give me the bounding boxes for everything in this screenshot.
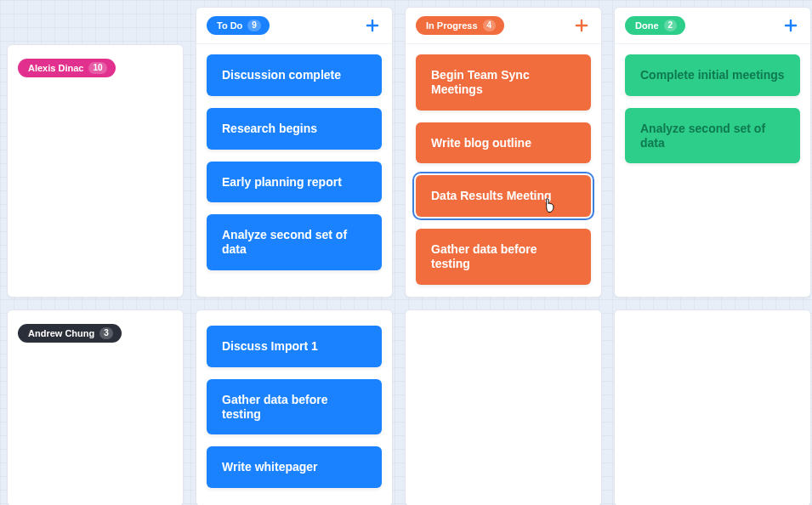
task-title: Write blog outline bbox=[431, 136, 531, 150]
card-list bbox=[615, 310, 810, 336]
task-card[interactable]: Write whitepager bbox=[207, 446, 382, 488]
kanban-grid: Alexis Dinac 10 Andrew Chung 3 To Do 9 D… bbox=[0, 0, 812, 505]
task-title: Complete initial meetings bbox=[640, 68, 785, 82]
task-card[interactable]: Data Results Meeting bbox=[416, 175, 591, 217]
column-pill-todo[interactable]: To Do 9 bbox=[207, 16, 270, 35]
person-panel-alexis: Alexis Dinac 10 bbox=[7, 44, 184, 298]
task-card[interactable]: Complete initial meetings bbox=[625, 54, 800, 96]
task-title: Begin Team Sync Meetings bbox=[431, 68, 530, 96]
person-count: 3 bbox=[99, 327, 113, 339]
cell-inprogress-alexis: In Progress 4 Begin Team Sync Meetings W… bbox=[405, 7, 602, 298]
card-list bbox=[406, 310, 601, 336]
column-pill-inprogress[interactable]: In Progress 4 bbox=[416, 16, 504, 35]
column-label: In Progress bbox=[426, 21, 478, 31]
cell-done-alexis: Done 2 Complete initial meetings Analyze… bbox=[614, 7, 811, 298]
task-card[interactable]: Research begins bbox=[207, 108, 382, 150]
plus-icon bbox=[784, 19, 798, 32]
task-card[interactable]: Analyze second set of data bbox=[207, 214, 382, 270]
task-card[interactable]: Write blog outline bbox=[416, 122, 591, 164]
cell-done-andrew[interactable] bbox=[614, 309, 811, 505]
task-card[interactable]: Early planning report bbox=[207, 162, 382, 203]
task-card[interactable]: Gather data before testing bbox=[416, 229, 591, 285]
column-pill-done[interactable]: Done 2 bbox=[625, 16, 685, 35]
task-title: Gather data before testing bbox=[431, 242, 537, 270]
task-title: Gather data before testing bbox=[222, 393, 327, 421]
cell-todo-alexis: To Do 9 Discussion complete Research beg… bbox=[196, 7, 393, 298]
task-title: Early planning report bbox=[222, 175, 342, 189]
column-count: 2 bbox=[664, 20, 678, 31]
person-pill-andrew[interactable]: Andrew Chung 3 bbox=[18, 324, 122, 343]
add-card-button-inprogress[interactable] bbox=[572, 16, 591, 35]
person-pill-alexis[interactable]: Alexis Dinac 10 bbox=[18, 59, 116, 77]
column-label: To Do bbox=[217, 21, 242, 31]
task-card[interactable]: Begin Team Sync Meetings bbox=[416, 54, 591, 111]
add-card-button-todo[interactable] bbox=[363, 16, 382, 35]
task-title: Data Results Meeting bbox=[431, 189, 552, 202]
column-count: 9 bbox=[247, 20, 261, 31]
plus-icon bbox=[575, 19, 588, 32]
task-title: Analyze second set of data bbox=[640, 122, 765, 150]
plus-icon bbox=[366, 19, 379, 32]
task-card[interactable]: Gather data before testing bbox=[207, 379, 382, 435]
person-name: Alexis Dinac bbox=[28, 64, 83, 73]
task-title: Research begins bbox=[222, 122, 317, 135]
task-card[interactable]: Analyze second set of data bbox=[625, 108, 800, 164]
task-title: Discuss Import 1 bbox=[222, 339, 318, 353]
person-count: 10 bbox=[88, 62, 106, 74]
task-title: Discussion complete bbox=[222, 68, 341, 82]
task-card[interactable]: Discuss Import 1 bbox=[207, 326, 382, 367]
person-panel-andrew: Andrew Chung 3 bbox=[7, 309, 184, 505]
column-header-done: Done 2 bbox=[615, 8, 810, 44]
task-card[interactable]: Discussion complete bbox=[207, 54, 382, 96]
task-title: Write whitepager bbox=[222, 460, 318, 474]
person-name: Andrew Chung bbox=[28, 329, 94, 338]
card-list: Complete initial meetings Analyze second… bbox=[615, 44, 810, 173]
column-label: Done bbox=[635, 21, 659, 31]
add-card-button-done[interactable] bbox=[781, 16, 800, 35]
column-count: 4 bbox=[483, 20, 497, 31]
cell-inprogress-andrew[interactable] bbox=[405, 309, 602, 505]
task-title: Analyze second set of data bbox=[222, 228, 347, 256]
column-header-inprogress: In Progress 4 bbox=[406, 8, 601, 44]
card-list: Discuss Import 1 Gather data before test… bbox=[196, 310, 392, 498]
cell-todo-andrew: Discuss Import 1 Gather data before test… bbox=[196, 309, 393, 505]
card-list: Discussion complete Research begins Earl… bbox=[196, 44, 392, 281]
column-header-todo: To Do 9 bbox=[196, 8, 392, 44]
card-list: Begin Team Sync Meetings Write blog outl… bbox=[406, 44, 601, 295]
